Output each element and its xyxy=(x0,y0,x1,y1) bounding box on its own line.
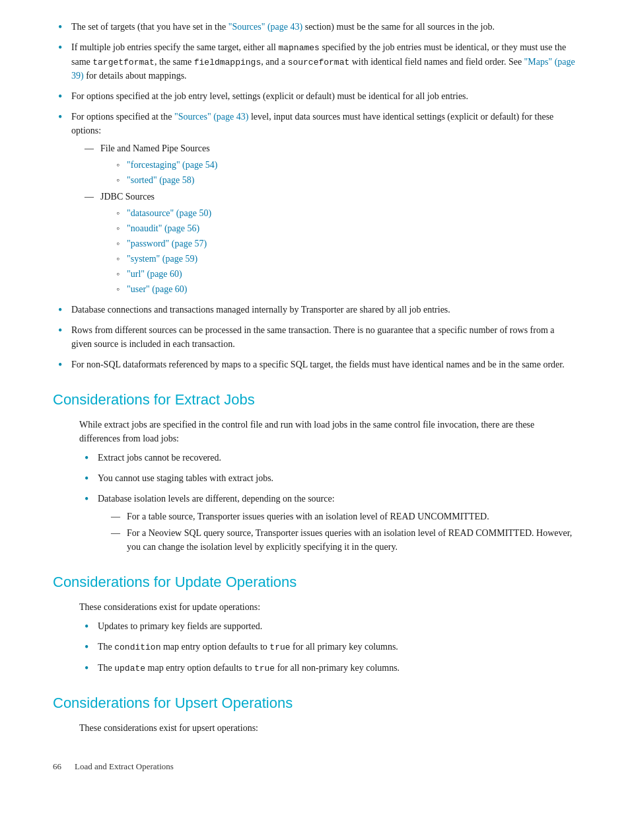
footer-title: Load and Extract Operations xyxy=(75,761,174,772)
list-item: Database connections and transactions ma… xyxy=(53,303,577,317)
page-content: The set of targets (that you have set in… xyxy=(0,0,630,812)
bullet-text: Database isolation levels are different,… xyxy=(98,494,335,504)
dash-list-sources: File and Named Pipe Sources "forcestagin… xyxy=(85,141,577,296)
update-operations-body: These considerations exist for update op… xyxy=(79,600,577,675)
isolation-dash-list: For a table source, Transporter issues q… xyxy=(111,510,577,554)
circle-list-file: "forcestaging" (page 54) "sorted" (page … xyxy=(114,158,577,187)
list-item: The update map entry option defaults to … xyxy=(79,661,577,675)
circle-list-jdbc: "datasource" (page 50) "noaudit" (page 5… xyxy=(114,206,577,296)
bullet-text: Extract jobs cannot be recovered. xyxy=(98,453,221,463)
bullet-text: The set of targets (that you have set in… xyxy=(71,22,495,32)
circle-item: "user" (page 60) xyxy=(114,282,577,296)
bullet-text: For options specified at the "Sources" (… xyxy=(71,112,553,135)
update-operations-heading: Considerations for Update Operations xyxy=(53,574,577,591)
inline-code: targetformat xyxy=(92,57,155,67)
update-intro: These considerations exist for update op… xyxy=(79,600,577,614)
dash-item: JDBC Sources "datasource" (page 50) "noa… xyxy=(85,190,577,296)
forcestaging-link[interactable]: "forcestaging" (page 54) xyxy=(127,160,217,170)
list-item: Rows from different sources can be proce… xyxy=(53,323,577,351)
list-item: You cannot use staging tables with extra… xyxy=(79,471,577,485)
circle-item: "password" (page 57) xyxy=(114,237,577,250)
list-item: For options specified at the job entry l… xyxy=(53,89,577,103)
upsert-intro: These considerations exist for upsert op… xyxy=(79,721,577,735)
extract-bullet-list: Extract jobs cannot be recovered. You ca… xyxy=(79,451,577,554)
user-link[interactable]: "user" (page 60) xyxy=(127,284,188,294)
bullet-text: Rows from different sources can be proce… xyxy=(71,325,555,349)
page-footer: 66 Load and Extract Operations xyxy=(53,761,577,772)
bullet-text: You cannot use staging tables with extra… xyxy=(98,473,273,483)
update-bullet-list: Updates to primary key fields are suppor… xyxy=(79,619,577,675)
inline-code: fieldmappings xyxy=(194,57,261,67)
inline-code: sourceformat xyxy=(288,57,350,67)
noaudit-link[interactable]: "noaudit" (page 56) xyxy=(127,223,199,233)
dash-text: For a Neoview SQL query source, Transpor… xyxy=(127,528,572,552)
extract-jobs-body: While extract jobs are specified in the … xyxy=(79,418,577,554)
circle-item: "datasource" (page 50) xyxy=(114,206,577,220)
list-item: Extract jobs cannot be recovered. xyxy=(79,451,577,465)
bullet-text: If multiple job entries specify the same… xyxy=(71,42,575,81)
upsert-operations-body: These considerations exist for upsert op… xyxy=(79,721,577,735)
intro-bullet-list: The set of targets (that you have set in… xyxy=(53,20,577,371)
dash-label: File and Named Pipe Sources xyxy=(100,143,210,153)
list-item: If multiple job entries specify the same… xyxy=(53,40,577,83)
list-item: The set of targets (that you have set in… xyxy=(53,20,577,34)
password-link[interactable]: "password" (page 57) xyxy=(127,239,207,248)
url-link[interactable]: "url" (page 60) xyxy=(127,269,182,279)
bullet-text: Database connections and transactions ma… xyxy=(71,305,450,315)
bullet-text: For options specified at the job entry l… xyxy=(71,91,468,101)
dash-item: File and Named Pipe Sources "forcestagin… xyxy=(85,141,577,187)
inline-code: mapnames xyxy=(278,43,319,53)
extract-intro: While extract jobs are specified in the … xyxy=(79,418,577,445)
page-number: 66 xyxy=(53,761,61,772)
sources-link-2[interactable]: "Sources" (page 43) xyxy=(174,112,249,122)
dash-label: JDBC Sources xyxy=(100,192,155,202)
dash-item: For a table source, Transporter issues q… xyxy=(111,510,577,523)
circle-item: "system" (page 59) xyxy=(114,252,577,266)
dash-item: For a Neoview SQL query source, Transpor… xyxy=(111,526,577,554)
circle-item: "sorted" (page 58) xyxy=(114,173,577,187)
inline-code: true xyxy=(254,664,275,673)
upsert-operations-heading: Considerations for Upsert Operations xyxy=(53,695,577,712)
list-item: For non-SQL dataformats referenced by ma… xyxy=(53,358,577,371)
list-item: For options specified at the "Sources" (… xyxy=(53,110,577,296)
bullet-text: The condition map entry option defaults … xyxy=(98,642,398,652)
list-item: The condition map entry option defaults … xyxy=(79,640,577,654)
sources-link-1[interactable]: "Sources" (page 43) xyxy=(228,22,303,32)
inline-code: update xyxy=(114,664,145,673)
list-item: Database isolation levels are different,… xyxy=(79,492,577,554)
circle-item: "noaudit" (page 56) xyxy=(114,221,577,235)
dash-text: For a table source, Transporter issues q… xyxy=(127,512,489,521)
system-link[interactable]: "system" (page 59) xyxy=(127,254,197,264)
inline-code: true xyxy=(269,642,290,652)
sorted-link[interactable]: "sorted" (page 58) xyxy=(127,175,194,185)
bullet-text: Updates to primary key fields are suppor… xyxy=(98,621,262,631)
inline-code: condition xyxy=(114,642,160,652)
list-item: Updates to primary key fields are suppor… xyxy=(79,619,577,633)
datasource-link[interactable]: "datasource" (page 50) xyxy=(127,208,211,218)
extract-jobs-heading: Considerations for Extract Jobs xyxy=(53,391,577,408)
bullet-text: For non-SQL dataformats referenced by ma… xyxy=(71,360,565,369)
circle-item: "url" (page 60) xyxy=(114,267,577,281)
circle-item: "forcestaging" (page 54) xyxy=(114,158,577,172)
bullet-text: The update map entry option defaults to … xyxy=(98,663,400,673)
